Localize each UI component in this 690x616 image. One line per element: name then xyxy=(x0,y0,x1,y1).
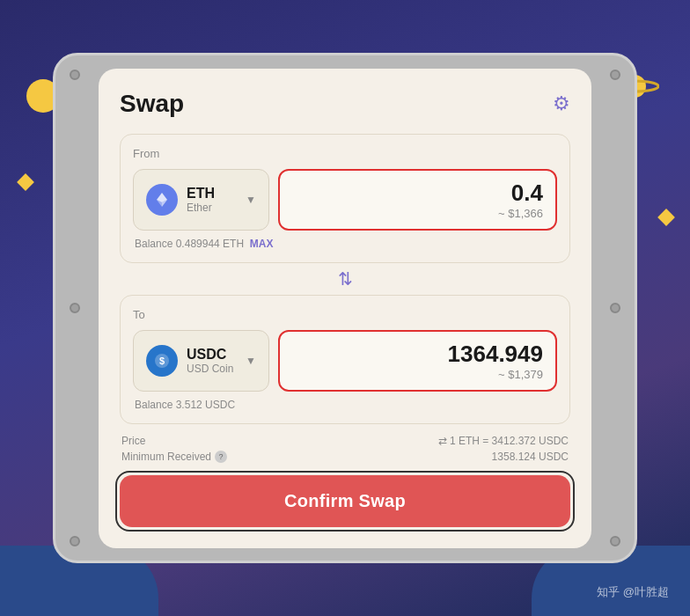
to-dropdown-arrow: ▼ xyxy=(246,355,256,367)
svg-text:$: $ xyxy=(159,356,165,366)
confirm-button-wrapper: Confirm Swap xyxy=(120,475,570,527)
from-amount-usd: ~ $1,366 xyxy=(498,207,543,220)
swap-direction-button[interactable]: ⇅ xyxy=(120,268,570,290)
from-token-name: ETH xyxy=(187,186,237,202)
page-title: Swap xyxy=(120,90,184,118)
rivet-bl xyxy=(70,536,80,546)
settings-icon[interactable]: ⚙ xyxy=(553,92,570,115)
to-amount-box: 1364.949 ~ $1,379 xyxy=(278,330,557,392)
to-amount-usd: ~ $1,379 xyxy=(498,368,543,381)
from-inner: ETH Ether ▼ 0.4 ~ $1,366 xyxy=(133,169,557,231)
from-label: From xyxy=(133,147,557,160)
min-received-label: Minimum Received xyxy=(121,451,211,463)
to-amount-value: 1364.949 xyxy=(448,341,543,368)
watermark: 知乎 @叶胜超 xyxy=(597,584,669,600)
rivet-br xyxy=(610,536,620,546)
from-balance-row: Balance 0.489944 ETH MAX xyxy=(133,238,557,250)
min-received-row: Minimum Received ? 1358.124 USDC xyxy=(121,451,569,463)
to-token-selector[interactable]: $ USDC USD Coin ▼ xyxy=(133,330,269,392)
from-token-selector[interactable]: ETH Ether ▼ xyxy=(133,169,269,231)
info-tooltip-icon[interactable]: ? xyxy=(215,451,227,463)
min-received-label-group: Minimum Received ? xyxy=(121,451,227,463)
from-token-info: ETH Ether xyxy=(187,186,237,214)
from-balance-text: Balance 0.489944 ETH xyxy=(135,238,244,250)
rivet-tr xyxy=(610,70,620,80)
max-button[interactable]: MAX xyxy=(250,238,274,250)
to-inner: $ USDC USD Coin ▼ 1364.949 ~ $1,379 xyxy=(133,330,557,392)
card-header: Swap ⚙ xyxy=(120,90,570,118)
to-token-subname: USD Coin xyxy=(187,363,237,375)
usdc-icon: $ xyxy=(146,345,178,377)
price-label: Price xyxy=(121,435,145,447)
rivet-tl xyxy=(70,70,80,80)
from-amount-value: 0.4 xyxy=(511,180,543,207)
to-balance-row: Balance 3.512 USDC xyxy=(133,399,557,411)
price-row: Price ⇄ 1 ETH = 3412.372 USDC xyxy=(121,435,569,447)
from-dropdown-arrow: ▼ xyxy=(246,194,256,206)
to-section: To $ USDC USD Coin ▼ 1364.949 ~ $1,379 xyxy=(120,295,570,424)
rivet-ml xyxy=(70,303,80,313)
to-token-info: USDC USD Coin xyxy=(187,347,237,375)
confirm-swap-button[interactable]: Confirm Swap xyxy=(120,475,570,527)
info-rows: Price ⇄ 1 ETH = 3412.372 USDC Minimum Re… xyxy=(120,435,570,463)
from-section: From ETH Ether ▼ 0.4 ~ $1,366 xyxy=(120,134,570,263)
swap-card: Swap ⚙ From ETH Ether ▼ 0.4 xyxy=(99,69,591,548)
from-amount-box[interactable]: 0.4 ~ $1,366 xyxy=(278,169,557,231)
to-balance-text: Balance 3.512 USDC xyxy=(135,399,235,411)
min-received-value: 1358.124 USDC xyxy=(492,451,569,463)
to-label: To xyxy=(133,308,557,321)
to-token-name: USDC xyxy=(187,347,237,363)
rivet-mr xyxy=(610,303,620,313)
eth-icon xyxy=(146,184,178,216)
price-value: ⇄ 1 ETH = 3412.372 USDC xyxy=(438,435,569,447)
from-token-subname: Ether xyxy=(187,202,237,214)
main-panel: Swap ⚙ From ETH Ether ▼ 0.4 xyxy=(53,53,637,563)
